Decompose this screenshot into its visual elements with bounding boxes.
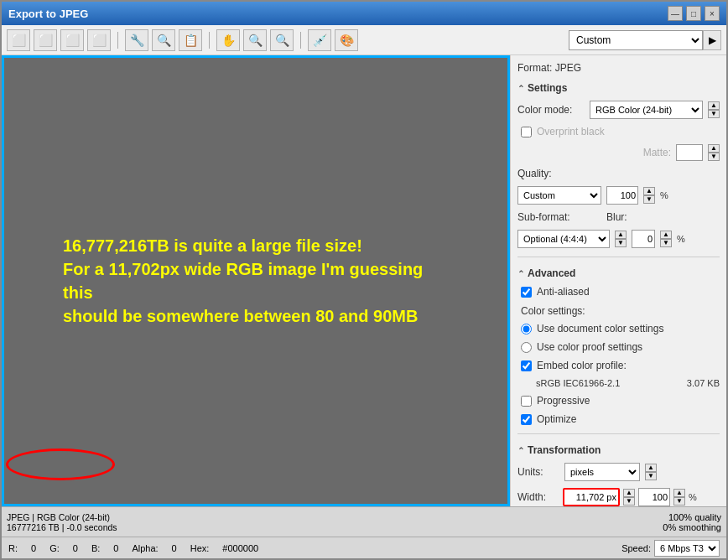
use-document-label: Use document color settings <box>537 323 663 334</box>
subformat-select[interactable]: Optional (4:4:4) <box>517 230 610 248</box>
annotation-line1: 16,777,216TB is quite a large file size! <box>63 236 362 255</box>
main-area: 16,777,216TB is quite a large file size!… <box>2 55 726 506</box>
quality-value-input[interactable] <box>606 186 638 205</box>
hex-label: Hex: <box>190 543 210 553</box>
color-mode-down[interactable]: ▼ <box>708 110 720 118</box>
blur-down[interactable]: ▼ <box>660 239 672 247</box>
embed-profile-checkbox[interactable] <box>521 360 532 371</box>
quality-spinner: ▲ ▼ <box>643 187 655 204</box>
matte-up[interactable]: ▲ <box>708 144 720 153</box>
quality-preset-select[interactable]: Custom <box>517 186 601 205</box>
eyedropper-button[interactable]: 💉 <box>308 29 331 51</box>
quality-down[interactable]: ▼ <box>643 195 655 204</box>
preview-pane: 16,777,216TB is quite a large file size!… <box>2 55 510 506</box>
annotation-line3: should be somewhere between 80 and 90MB <box>63 307 418 325</box>
tool-button-3[interactable]: ⬜ <box>60 29 84 51</box>
status-color-mode: RGB Color (24-bit) <box>37 512 110 522</box>
status-format: JPEG <box>7 512 29 522</box>
optimize-checkbox[interactable] <box>521 414 532 425</box>
annotation-text: 16,777,216TB is quite a large file size!… <box>46 217 465 345</box>
units-down[interactable]: ▼ <box>645 472 657 480</box>
tool-button-6[interactable]: 🔍 <box>152 29 175 51</box>
preview-inner: 16,777,216TB is quite a large file size!… <box>4 58 507 504</box>
color-mode-up[interactable]: ▲ <box>708 101 720 110</box>
blur-label: Blur: <box>606 211 627 223</box>
toolbar: ⬜ ⬜ ⬜ ⬜ 🔧 🔍 📋 ✋ 🔍 🔍 💉 🎨 Custom ▶ <box>2 25 726 55</box>
settings-header: ⌃ Settings <box>517 82 720 94</box>
status-left: JPEG | RGB Color (24-bit) 16777216 TB | … <box>7 512 663 532</box>
color-mode-select[interactable]: RGB Color (24-bit) <box>590 101 703 119</box>
minimize-button[interactable]: — <box>668 6 683 21</box>
blur-value-input[interactable] <box>632 230 655 248</box>
blur-spinner: ▲ ▼ <box>660 231 672 247</box>
speed-label: Speed: <box>621 543 651 553</box>
color-mode-spinner: ▲ ▼ <box>708 101 720 118</box>
optimize-label: Optimize <box>537 413 576 425</box>
width-down[interactable]: ▼ <box>623 497 635 506</box>
tool-button-7[interactable]: 📋 <box>179 29 202 51</box>
speed-select[interactable]: 6 Mbps T3 <box>654 540 720 557</box>
format-color-status: JPEG | RGB Color (24-bit) <box>7 512 663 522</box>
units-label: Units: <box>517 466 559 478</box>
color-mode-row: Color mode: RGB Color (24-bit) ▲ ▼ <box>517 101 720 119</box>
progressive-checkbox[interactable] <box>521 396 532 407</box>
tool-button-2[interactable]: ⬜ <box>34 29 57 51</box>
hex-value: #000000 <box>222 543 258 553</box>
preset-select[interactable]: Custom <box>569 30 703 50</box>
settings-arrow-icon: ⌃ <box>517 84 524 93</box>
advanced-label: Advanced <box>528 267 575 279</box>
zoom-out-button[interactable]: 🔍 <box>270 29 294 51</box>
preset-select-wrapper: Custom ▶ <box>569 30 721 50</box>
quality-up[interactable]: ▲ <box>643 187 655 195</box>
window-controls: — □ × <box>668 6 720 21</box>
tool-button-4[interactable]: ⬜ <box>87 29 111 51</box>
r-value: 0 <box>31 543 36 553</box>
width-percent-up[interactable]: ▲ <box>673 489 685 497</box>
width-percent-spinner: ▲ ▼ <box>673 489 685 506</box>
divider-2 <box>517 433 720 434</box>
status-filesize: 16777216 TB | -0.0 seconds <box>7 522 663 532</box>
tool-button-5[interactable]: 🔧 <box>125 29 148 51</box>
tool-button-1[interactable]: ⬜ <box>7 29 30 51</box>
units-select[interactable]: pixels <box>564 463 640 481</box>
units-up[interactable]: ▲ <box>645 464 657 472</box>
close-button[interactable]: × <box>705 6 720 21</box>
width-percent-down[interactable]: ▼ <box>673 497 685 506</box>
export-dialog: Export to JPEG — □ × ⬜ ⬜ ⬜ ⬜ 🔧 🔍 📋 ✋ 🔍 🔍… <box>0 0 728 560</box>
use-proof-radio[interactable] <box>521 342 532 353</box>
subformat-down[interactable]: ▼ <box>615 239 627 247</box>
subformat-controls-row: Optional (4:4:4) ▲ ▼ ▲ ▼ % <box>517 230 720 248</box>
subformat-label: Sub-format: <box>517 211 576 223</box>
zoom-in-button[interactable]: 🔍 <box>243 29 267 51</box>
use-document-radio[interactable] <box>521 324 532 334</box>
transformation-header: ⌃ Transformation <box>517 444 720 456</box>
matte-swatch[interactable] <box>676 144 703 161</box>
width-input[interactable] <box>563 488 620 506</box>
time-value: -0.0 seconds <box>66 522 117 532</box>
separator-3 <box>300 32 301 49</box>
maximize-button[interactable]: □ <box>686 6 701 21</box>
overprint-checkbox[interactable] <box>521 127 532 137</box>
anti-aliased-row: Anti-aliased <box>517 286 720 298</box>
hand-tool-button[interactable]: ✋ <box>216 29 240 51</box>
embed-profile-row: Embed color profile: <box>517 360 720 371</box>
blur-up[interactable]: ▲ <box>660 231 672 239</box>
subformat-up[interactable]: ▲ <box>615 231 627 239</box>
b-value: 0 <box>113 543 118 553</box>
advanced-arrow-icon: ⌃ <box>517 269 524 278</box>
width-up[interactable]: ▲ <box>623 489 635 497</box>
matte-spinner: ▲ ▼ <box>708 144 720 161</box>
preset-arrow-button[interactable]: ▶ <box>703 30 721 50</box>
matte-down[interactable]: ▼ <box>708 153 720 161</box>
width-row: Width: ▲ ▼ ▲ ▼ % <box>517 488 720 506</box>
profile-row: sRGB IEC61966-2.1 3.07 KB <box>517 378 720 388</box>
color-button[interactable]: 🎨 <box>335 29 358 51</box>
g-label: G: <box>49 543 60 553</box>
annotation-line2: For a 11,702px wide RGB image I'm guessi… <box>63 260 423 302</box>
width-percent-input[interactable] <box>638 488 670 506</box>
anti-aliased-checkbox[interactable] <box>521 287 532 298</box>
quality-label-row: Quality: <box>517 168 720 179</box>
pixel-info-bar: R: 0 G: 0 B: 0 Alpha: 0 Hex: #000000 Spe… <box>2 537 726 558</box>
matte-row: Matte: ▲ ▼ <box>517 144 720 161</box>
transformation-label: Transformation <box>528 444 601 456</box>
